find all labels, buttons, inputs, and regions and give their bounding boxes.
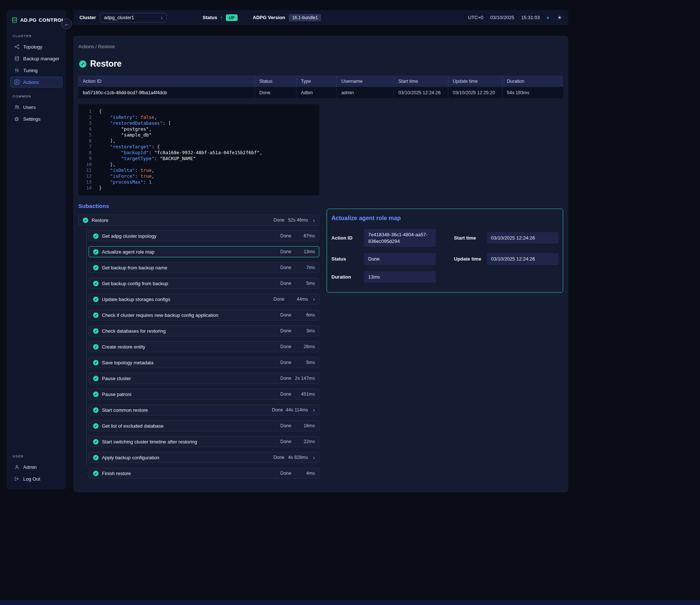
subaction-row-create-restore-entity[interactable]: ✓Create restore entityDone28ms [89, 341, 319, 352]
subaction-duration: 7ms [294, 265, 315, 270]
subaction-status: Done [277, 281, 291, 286]
version-label: ADPG Version [253, 15, 285, 20]
subaction-status: Done [277, 392, 291, 397]
logo-icon [11, 17, 18, 24]
cluster-select-value: adpg_cluster1 [104, 15, 134, 20]
actions-table-row[interactable]: ba57160c-c1cb-48dd-bcd7-9fba1a4f4dcbDone… [78, 87, 563, 98]
subaction-duration: 13ms [294, 249, 315, 254]
check-circle-icon: ✓ [93, 233, 99, 239]
cluster-select[interactable]: adpg_cluster1 › [100, 13, 167, 22]
subaction-label: Pause cluster [102, 376, 131, 381]
detail-title: Actualize agent role map [331, 215, 558, 222]
subaction-row-pause-patroni[interactable]: ✓Pause patroniDone451ms [89, 389, 319, 400]
sidebar-item-topology[interactable]: Topology [10, 41, 63, 52]
detail-field-label: Update time [454, 256, 487, 262]
tree-connector: ✓Get backup config from backupDone5ms [89, 278, 319, 289]
topbar: Cluster adpg_cluster1 › Status ↑ UP ADPG… [73, 10, 568, 25]
light-mode-icon[interactable]: ☀ [557, 14, 562, 21]
subaction-duration: 16ms [294, 423, 315, 428]
sidebar-item-backup-manager[interactable]: Backup manager [10, 53, 63, 64]
subaction-status: Done [277, 423, 291, 428]
tree-connector: ✓Get list of excluded databaseDone16ms [89, 420, 319, 431]
subaction-row-check-if-cluster-requires-new-backup-config-application[interactable]: ✓Check if cluster requires new backup co… [89, 309, 319, 321]
subaction-row-start-switching-cluster-timeline-after-restoring[interactable]: ✓Start switching cluster timeline after … [89, 436, 319, 447]
subaction-row-apply-backup-configuration[interactable]: ✓Apply backup configurationDone4s 828ms› [89, 452, 319, 463]
check-circle-icon: ✓ [93, 328, 99, 334]
sidebar-item-tuning[interactable]: Tuning [10, 65, 63, 76]
table-header-cell: Start time [394, 75, 448, 87]
status-group: Status ↑ UP [203, 14, 238, 21]
subaction-status: Done [277, 328, 291, 333]
time-text: 15:31:03 [521, 15, 540, 20]
subaction-row-get-adpg-cluster-topology[interactable]: ✓Get adpg cluster topologyDone67ms [89, 230, 319, 241]
subaction-row-get-backup-from-backup-name[interactable]: ✓Get backup from backup nameDone7ms [89, 262, 319, 273]
subaction-row-start-common-restore[interactable]: ✓Start common restoreDone44s 114ms› [89, 404, 319, 415]
actions-icon [14, 79, 20, 85]
code-line-number: 3 [83, 120, 92, 126]
subaction-row-restore[interactable]: ✓RestoreDone52s 46ms› [78, 215, 319, 226]
subaction-duration: 6ms [294, 312, 315, 318]
chevron-right-icon: › [313, 454, 315, 460]
code-line-number: 1 [83, 109, 92, 114]
subaction-row-finish-restore[interactable]: ✓Finish restoreDone4ms [89, 468, 319, 479]
subaction-row-get-backup-config-from-backup[interactable]: ✓Get backup config from backupDone5ms [89, 278, 319, 289]
detail-field-value: Done [364, 253, 436, 265]
users-icon [14, 104, 20, 110]
tree-connector: ✓Update backup storages configsDone44ms› [89, 294, 319, 305]
version-badge: 16.1-bundle1 [289, 14, 321, 21]
sidebar-item-log-out[interactable]: Log Out [10, 473, 63, 484]
sidebar-item-label: Tuning [23, 68, 38, 73]
tuning-icon [14, 67, 20, 74]
subaction-label: Get adpg cluster topology [102, 233, 156, 239]
sidebar-item-actions[interactable]: Actions [10, 77, 63, 88]
subaction-label: Check databases for restoring [102, 328, 166, 334]
subaction-status: Done [277, 265, 291, 270]
subaction-row-actualize-agent-role-map[interactable]: ✓Actualize agent role mapDone13ms [89, 246, 319, 257]
breadcrumb-actions[interactable]: Actions [78, 44, 94, 49]
tree-connector: ✓Start common restoreDone44s 114ms› [89, 404, 319, 415]
table-cell: Adbm [296, 87, 337, 98]
subaction-row-save-topology-metadata[interactable]: ✓Save topology metadataDone5ms [89, 357, 319, 368]
subaction-row-get-list-of-excluded-database[interactable]: ✓Get list of excluded databaseDone16ms [89, 420, 319, 431]
collapse-sidebar-button[interactable]: ← [61, 18, 72, 29]
sidebar-item-users[interactable]: Users [10, 102, 63, 113]
bottom-strip [0, 600, 700, 605]
subaction-status: Done [277, 471, 291, 476]
subaction-detail-panel: Actualize agent role map Action ID7e4183… [327, 209, 563, 293]
detail-field-value: 03/10/2025 12:24:26 [487, 253, 558, 265]
breadcrumb-separator: / [94, 44, 98, 49]
table-cell: admin [337, 87, 394, 98]
check-circle-icon: ✓ [93, 407, 99, 413]
sidebar-item-label: Users [23, 105, 36, 110]
tree-connector: ✓Pause clusterDone2s 147ms [89, 373, 319, 384]
code-line-number: 12 [83, 173, 92, 179]
subaction-row-pause-cluster[interactable]: ✓Pause clusterDone2s 147ms [89, 373, 319, 384]
subaction-status: Done [277, 439, 291, 444]
code-line: 4 "postgres", [83, 126, 314, 132]
code-line-number: 10 [83, 162, 92, 167]
subaction-status: Done [270, 297, 284, 302]
sidebar-item-admin[interactable]: Admin [10, 461, 63, 473]
code-line: 10 }, [83, 162, 314, 167]
subaction-label: Update backup storages configs [102, 297, 170, 302]
code-line: 13 "processMax": 1 [83, 179, 314, 185]
subaction-duration: 2s 147ms [294, 376, 315, 381]
subaction-row-check-databases-for-restoring[interactable]: ✓Check databases for restoringDone3ms [89, 325, 319, 336]
theme-toggle-icon[interactable]: ◐ [547, 14, 550, 21]
detail-field-label: Action ID [331, 235, 364, 241]
code-line-number: 6 [83, 138, 92, 144]
table-header-cell: Type [296, 75, 337, 87]
table-header-cell: Update time [448, 75, 502, 87]
sidebar-item-settings[interactable]: ⚙Settings [10, 113, 63, 124]
subaction-duration: 28ms [294, 344, 315, 349]
subaction-status: Done [277, 312, 291, 318]
subaction-status: Done [268, 407, 283, 413]
detail-field-label: Status [331, 256, 364, 262]
cluster-label: Cluster [79, 15, 96, 20]
tree-connector: ✓Check if cluster requires new backup co… [89, 309, 319, 321]
subaction-label: Actualize agent role map [102, 249, 154, 255]
subaction-row-update-backup-storages-configs[interactable]: ✓Update backup storages configsDone44ms› [89, 294, 319, 305]
tree-connector: ✓Finish restoreDone4ms [89, 468, 319, 479]
main-content: Actions / Restore ✓ Restore Action IDSta… [73, 36, 568, 492]
code-block: 1{2 "isRetry": false,3 "restoredDatabase… [78, 104, 319, 195]
